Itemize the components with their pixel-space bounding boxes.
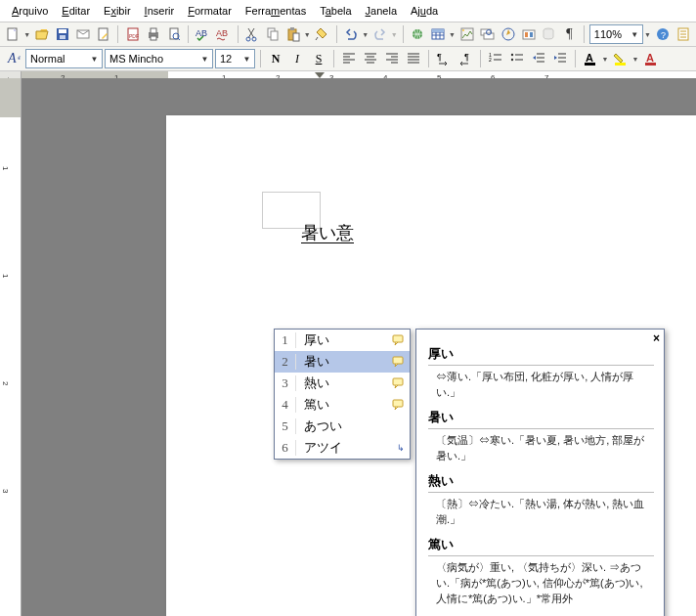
ime-candidate-4[interactable]: 4 篤い (275, 394, 410, 416)
menu-exibir[interactable]: Exibir (98, 3, 137, 19)
undo-dropdown[interactable]: ▼ (362, 31, 370, 38)
svg-rect-39 (530, 32, 533, 37)
ime-candidate-6[interactable]: 6 アツイ ↳ (275, 437, 410, 459)
spellcheck-button[interactable]: AB (194, 24, 212, 44)
bullet-list-button[interactable] (507, 49, 527, 68)
print-button[interactable] (144, 24, 162, 44)
new-dropdown[interactable]: ▼ (23, 31, 31, 38)
svg-text:?: ? (661, 30, 666, 40)
svg-rect-19 (271, 31, 278, 40)
zoom-combo[interactable]: ▼ (589, 24, 643, 44)
svg-text:AB: AB (216, 28, 228, 38)
close-button[interactable]: × (653, 331, 660, 345)
bg-color-button[interactable]: A (641, 49, 661, 68)
ime-candidate-2[interactable]: 2 暑い (275, 351, 410, 373)
menu-ferramentas[interactable]: Ferramentas (239, 3, 312, 19)
redo-button[interactable] (370, 24, 389, 44)
ltr-button[interactable]: ¶ (434, 49, 454, 68)
svg-text:PDF: PDF (129, 33, 139, 39)
undo-button[interactable] (342, 24, 361, 44)
svg-rect-10 (151, 36, 156, 40)
vertical-ruler[interactable]: 1 1 2 3 (0, 78, 22, 616)
help-dropdown[interactable]: ▼ (644, 31, 652, 38)
menu-inserir[interactable]: Inserir (139, 3, 181, 19)
svg-line-13 (178, 38, 180, 40)
font-input[interactable] (106, 52, 197, 66)
copy-button[interactable] (264, 24, 283, 44)
numbered-list-button[interactable]: 12 (486, 49, 505, 68)
svg-rect-30 (432, 29, 444, 32)
svg-rect-38 (525, 32, 528, 37)
table-button[interactable] (429, 24, 448, 44)
paste-dropdown[interactable]: ▼ (304, 31, 312, 38)
export-pdf-button[interactable]: PDF (123, 24, 142, 44)
find-button[interactable] (478, 24, 497, 44)
decrease-indent-button[interactable] (529, 49, 548, 68)
whatsthis-button[interactable] (674, 24, 692, 44)
paste-button[interactable] (284, 24, 303, 44)
edit-doc-button[interactable] (94, 24, 112, 44)
workspace: 1 1 2 3 暑い意 1 厚い 2 暑い 3 熱い 4 篤い 5 (0, 78, 696, 616)
dropdown-arrow-icon[interactable]: ▼ (87, 50, 102, 67)
preview-button[interactable] (164, 24, 183, 44)
font-color-dropdown[interactable]: ▼ (601, 56, 609, 63)
comment-icon (392, 399, 410, 411)
help-button[interactable]: ? (653, 24, 672, 44)
align-right-button[interactable] (382, 49, 402, 68)
dropdown-arrow-icon[interactable]: ▼ (628, 25, 642, 43)
format-paint-button[interactable] (313, 24, 331, 44)
rtl-button[interactable]: ¶ (456, 49, 475, 68)
dict-entry: 篤い 〈病気が〉重い, 〈気持ちが〉深い. ⇒あつい.「病が*篤(あつ)い, 信… (428, 536, 654, 607)
align-center-button[interactable] (361, 49, 380, 68)
style-input[interactable] (26, 52, 87, 66)
italic-button[interactable]: I (287, 49, 307, 68)
size-input[interactable] (216, 52, 239, 66)
new-doc-button[interactable] (4, 24, 22, 44)
paragraph-style-combo[interactable]: ▼ (25, 49, 103, 68)
bold-button[interactable]: N (266, 49, 285, 68)
align-justify-button[interactable] (404, 49, 423, 68)
dropdown-arrow-icon[interactable]: ▼ (239, 50, 254, 67)
align-left-button[interactable] (339, 49, 359, 68)
menu-tabela[interactable]: Tabela (314, 3, 357, 19)
ime-candidate-list: 1 厚い 2 暑い 3 熱い 4 篤い 5 あつい 6 アツイ ↳ (274, 329, 411, 460)
autospell-button[interactable]: AB (214, 24, 233, 44)
svg-rect-37 (523, 30, 535, 39)
datasources-button[interactable] (540, 24, 558, 44)
ime-candidate-1[interactable]: 1 厚い (275, 330, 410, 351)
font-size-combo[interactable]: ▼ (215, 49, 255, 68)
svg-rect-3 (60, 35, 65, 39)
increase-indent-button[interactable] (550, 49, 570, 68)
underline-button[interactable]: S (309, 49, 328, 68)
zoom-input[interactable] (590, 27, 628, 41)
ime-candidate-3[interactable]: 3 熱い (275, 373, 410, 394)
font-name-combo[interactable]: ▼ (105, 49, 213, 68)
navigator-button[interactable] (499, 24, 517, 44)
cut-button[interactable] (243, 24, 262, 44)
svg-rect-22 (293, 33, 299, 41)
save-button[interactable] (53, 24, 71, 44)
font-color-button[interactable]: A (581, 49, 600, 68)
ime-candidate-5[interactable]: 5 あつい (275, 416, 410, 437)
nonprinting-button[interactable]: ¶ (560, 24, 579, 44)
menu-editar[interactable]: Editar (56, 3, 96, 19)
svg-line-23 (316, 37, 318, 40)
styles-button[interactable]: A⁴ (4, 49, 23, 68)
svg-point-70 (511, 59, 513, 61)
open-button[interactable] (32, 24, 51, 44)
menu-formatar[interactable]: Formatar (182, 3, 238, 19)
email-button[interactable] (73, 24, 92, 44)
highlight-button[interactable] (611, 49, 631, 68)
svg-text:A: A (586, 52, 593, 64)
table-dropdown[interactable]: ▼ (449, 31, 457, 38)
highlight-dropdown[interactable]: ▼ (631, 56, 639, 63)
expand-icon[interactable]: ↳ (392, 443, 410, 453)
menu-janela[interactable]: Janela (360, 3, 403, 19)
menu-arquivo[interactable]: AArquivorquivo (6, 3, 54, 19)
show-draw-button[interactable] (457, 24, 476, 44)
gallery-button[interactable] (519, 24, 538, 44)
redo-dropdown[interactable]: ▼ (390, 31, 398, 38)
dropdown-arrow-icon[interactable]: ▼ (197, 50, 212, 67)
menu-ajuda[interactable]: Ajuda (405, 3, 444, 19)
hyperlink-button[interactable] (409, 24, 427, 44)
